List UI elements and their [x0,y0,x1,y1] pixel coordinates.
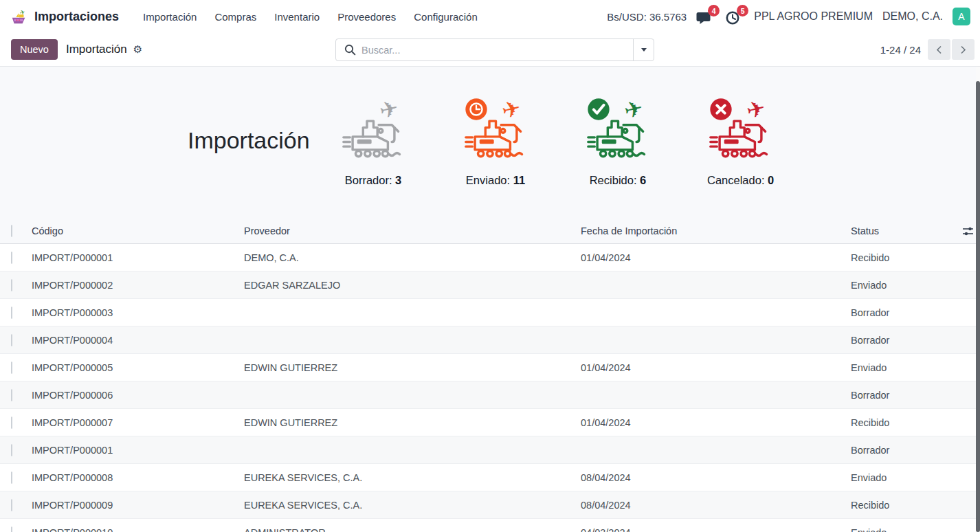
search-bar [335,38,654,61]
gear-icon[interactable]: ⚙ [133,43,142,56]
status-stat-recibido[interactable]: ✈ Recibido: 6 [585,96,651,187]
table-row[interactable]: IMPORT/P000003 Borrador [0,299,980,326]
status-stat-borrador[interactable]: ✈ Borrador: 3 [340,96,406,187]
status-stat-enviado[interactable]: ✈ Enviado: 11 [463,96,528,187]
new-button[interactable]: Nuevo [11,39,58,60]
cell-codigo: IMPORT/P000005 [32,362,244,373]
cell-status: Enviado [851,527,961,532]
cell-codigo: IMPORT/P000002 [32,280,244,291]
select-all-checkbox[interactable] [11,225,12,237]
row-checkbox[interactable] [11,472,12,484]
row-checkbox[interactable] [11,499,12,511]
cell-status: Recibido [851,500,961,511]
table-row[interactable]: IMPORT/P000008 EUREKA SERVICES, C.A. 08/… [0,464,980,491]
menu-item-proveedores[interactable]: Proveedores [328,7,405,27]
table-body: IMPORT/P000001 DEMO, C.A. 01/04/2024 Rec… [0,244,980,532]
user-menu[interactable]: DEMO, C.A. [882,10,943,23]
row-checkbox[interactable] [11,417,12,429]
cell-status: Recibido [851,252,961,263]
menu-item-configuracion[interactable]: Configuración [405,7,487,27]
menu-item-importacion[interactable]: Importación [134,7,205,27]
company-switcher[interactable]: PPL AGROO PREMIUM [754,10,873,23]
table-row[interactable]: IMPORT/P000001 Borrador [0,436,980,464]
clock-badge-icon [465,98,487,120]
table-row[interactable]: IMPORT/P000006 Borrador [0,381,980,409]
table-header: Código Proveedor Fecha de Importación St… [0,219,980,244]
cell-codigo: IMPORT/P000001 [32,445,244,456]
table-row[interactable]: IMPORT/P000007 EDWIN GUTIERREZ 01/04/202… [0,409,980,436]
cell-proveedor: EUREKA SERVICES, C.A. [244,500,581,511]
cell-codigo: IMPORT/P000009 [32,500,244,511]
svg-text:✈: ✈ [499,96,523,124]
table-row[interactable]: IMPORT/P000002 EDGAR SARZALEJO Enviado [0,271,980,299]
cell-proveedor: EDWIN GUTIERREZ [244,362,581,373]
cell-status: Borrador [851,390,961,401]
activities-button[interactable]: 5 [725,8,744,25]
breadcrumb[interactable]: Importación [66,43,127,56]
top-navbar: ✈ Importaciones Importación Compras Inve… [0,0,980,33]
main-menu: Importación Compras Inventario Proveedor… [134,7,487,27]
pager-next-button[interactable] [952,39,975,60]
import-transport-icon: ✈ [341,96,406,162]
status-banner: Importación ✈ Borrador: 3 [0,67,980,219]
activities-badge: 5 [737,5,748,16]
column-header-fecha[interactable]: Fecha de Importación [581,225,851,236]
scrollbar-thumb[interactable] [976,81,980,532]
pager-range: 1-24 / 24 [880,44,921,56]
svg-text:✈: ✈ [377,96,401,124]
menu-item-inventario[interactable]: Inventario [265,7,328,27]
column-settings-icon[interactable] [962,226,974,236]
vertical-scrollbar[interactable] [976,67,980,532]
status-stat-label: Enviado: 11 [463,174,528,187]
cell-status: Borrador [851,335,961,346]
column-header-codigo[interactable]: Código [32,225,244,236]
row-checkbox[interactable] [11,362,12,374]
search-dropdown-toggle[interactable] [633,39,654,60]
cell-proveedor: EUREKA SERVICES, C.A. [244,472,581,483]
table-row[interactable]: IMPORT/P000010 ADMINISTRATOR 04/03/2024 … [0,519,980,532]
cell-status: Recibido [851,417,961,428]
currency-rate: Bs/USD: 36.5763 [607,11,687,23]
status-stat-label: Cancelado: 0 [707,174,773,187]
cell-codigo: IMPORT/P000006 [32,390,244,401]
row-checkbox[interactable] [11,527,12,532]
svg-text:✈: ✈ [621,96,645,124]
table-row[interactable]: IMPORT/P000005 EDWIN GUTIERREZ 01/04/202… [0,354,980,381]
row-checkbox[interactable] [11,252,12,264]
cell-fecha: 01/04/2024 [581,417,851,428]
cell-codigo: IMPORT/P000003 [32,307,244,318]
cell-codigo: IMPORT/P000007 [32,417,244,428]
column-header-status[interactable]: Status [851,225,961,236]
messages-button[interactable]: 4 [696,8,715,25]
row-checkbox[interactable] [11,279,12,291]
status-stat-cancelado[interactable]: ✈ Cancelado: 0 [707,96,773,187]
table-row[interactable]: IMPORT/P000001 DEMO, C.A. 01/04/2024 Rec… [0,244,980,271]
cell-status: Enviado [851,362,961,373]
pager-previous-button[interactable] [928,39,950,60]
cell-fecha: 01/04/2024 [581,362,851,373]
x-badge-icon [710,98,731,120]
column-header-proveedor[interactable]: Proveedor [244,225,581,236]
row-checkbox[interactable] [11,444,12,456]
search-input[interactable] [361,45,633,56]
status-stat-label: Recibido: 6 [585,174,651,187]
cell-codigo: IMPORT/P000001 [32,252,244,263]
page-title: Importación [188,127,310,154]
check-badge-icon [588,98,609,120]
status-stat-label: Borrador: 3 [340,174,406,187]
menu-item-compras[interactable]: Compras [205,7,265,27]
cell-fecha: 08/04/2024 [581,472,851,483]
table-row[interactable]: IMPORT/P000004 Borrador [0,326,980,354]
row-checkbox[interactable] [11,307,12,319]
avatar[interactable]: A [953,8,970,25]
table-row[interactable]: IMPORT/P000009 EUREKA SERVICES, C.A. 08/… [0,491,980,519]
import-transport-icon: ✈ [463,96,528,162]
status-stats: ✈ Borrador: 3 ✈ [340,96,829,187]
cell-fecha: 01/04/2024 [581,252,851,263]
messages-badge: 4 [708,5,720,16]
cell-status: Enviado [851,472,961,483]
row-checkbox[interactable] [11,334,12,346]
row-checkbox[interactable] [11,389,12,401]
app-title[interactable]: Importaciones [34,10,119,24]
app-logo-ship-icon: ✈ [10,8,29,25]
